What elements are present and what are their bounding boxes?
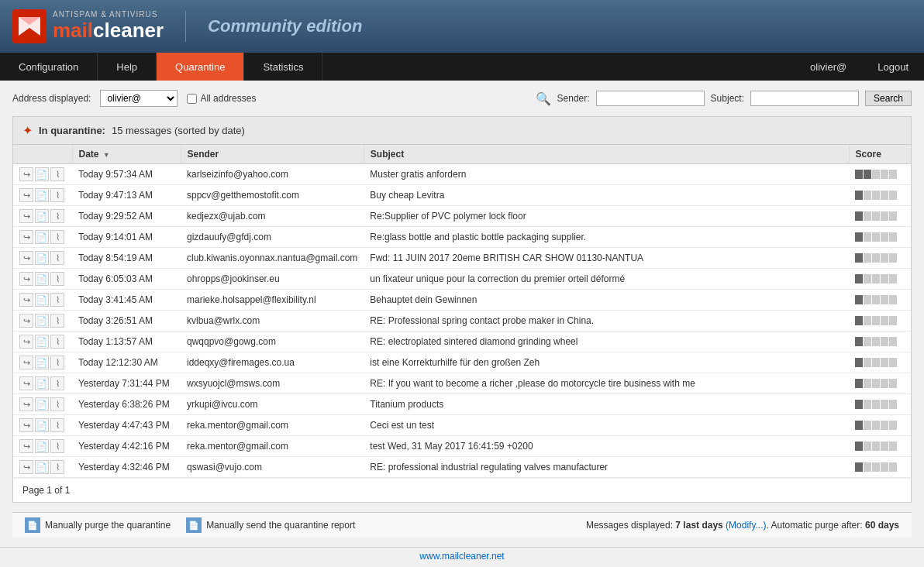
nav-help[interactable]: Help: [98, 53, 157, 81]
action-filter-btn[interactable]: ⌇: [50, 356, 64, 369]
action-forward-btn[interactable]: ↪: [19, 418, 33, 432]
action-view-btn[interactable]: 📄: [35, 460, 49, 474]
cell-subject[interactable]: Ceci est un test: [364, 415, 849, 436]
cell-subject[interactable]: Re:Supplier of PVC polymer lock floor: [364, 206, 849, 227]
sender-label: Sender:: [557, 93, 590, 104]
logo-icon: [12, 9, 47, 43]
action-forward-btn[interactable]: ↪: [19, 188, 33, 202]
cell-date: Today 6:05:03 AM: [72, 269, 181, 290]
cell-subject[interactable]: RE: Professional spring contact probe ma…: [364, 311, 849, 332]
website-link[interactable]: www.mailcleaner.net: [419, 551, 504, 562]
cell-sender: reka.mentor@gmail.com: [181, 415, 364, 436]
table-row: ↪ 📄 ⌇ Yesterday 7:31:44 PMwxsyuojcl@msws…: [13, 373, 911, 394]
action-view-btn[interactable]: 📄: [35, 356, 49, 369]
cell-subject[interactable]: ist eine Korrekturhilfe für den großen Z…: [364, 352, 849, 373]
cell-score: [849, 206, 911, 227]
action-forward-btn[interactable]: ↪: [19, 251, 33, 265]
quarantine-table-container: Date ▼ Sender Subject Score ↪ 📄 ⌇ Today …: [13, 145, 911, 478]
action-forward-btn[interactable]: ↪: [19, 439, 33, 453]
action-forward-btn[interactable]: ↪: [19, 335, 33, 349]
action-forward-btn[interactable]: ↪: [19, 209, 33, 223]
cell-score: [849, 373, 911, 394]
cell-sender: sppcv@getthemostofit.com: [181, 185, 364, 206]
report-link[interactable]: 📄 Manually send the quarantine report: [186, 517, 355, 533]
quarantine-header: ✦ In quarantine: 15 messages (sorted by …: [13, 117, 911, 145]
action-view-btn[interactable]: 📄: [35, 335, 49, 349]
action-filter-btn[interactable]: ⌇: [50, 293, 64, 307]
subject-input[interactable]: [750, 91, 859, 106]
cell-subject[interactable]: Behauptet dein Gewinnen: [364, 290, 849, 311]
action-filter-btn[interactable]: ⌇: [50, 376, 64, 390]
table-row: ↪ 📄 ⌇ Today 9:57:34 AMkarlseizinfo@yahoo…: [13, 164, 911, 185]
cell-subject[interactable]: Re:glass bottle and plastic bottle packa…: [364, 227, 849, 248]
cell-subject[interactable]: RE: professional industrial regulating v…: [364, 457, 849, 478]
action-filter-btn[interactable]: ⌇: [50, 397, 64, 411]
action-forward-btn[interactable]: ↪: [19, 460, 33, 474]
cell-score: [849, 415, 911, 436]
action-view-btn[interactable]: 📄: [35, 167, 49, 181]
cell-subject[interactable]: un fixateur unique pour la correction du…: [364, 269, 849, 290]
action-view-btn[interactable]: 📄: [35, 230, 49, 244]
cell-subject[interactable]: RE: electroplated sintered diamond grind…: [364, 332, 849, 352]
action-view-btn[interactable]: 📄: [35, 376, 49, 390]
col-date[interactable]: Date ▼: [72, 145, 181, 164]
action-filter-btn[interactable]: ⌇: [50, 439, 64, 453]
community-edition: Community edition: [208, 16, 362, 36]
action-forward-btn[interactable]: ↪: [19, 293, 33, 307]
cell-subject[interactable]: Buy cheap Levitra: [364, 185, 849, 206]
cell-subject[interactable]: Titanium products: [364, 394, 849, 415]
action-view-btn[interactable]: 📄: [35, 314, 49, 328]
footer-right: Messages displayed: 7 last days (Modify.…: [586, 520, 899, 531]
auto-purge-label: Automatic purge after:: [771, 520, 863, 531]
all-addresses-checkbox[interactable]: [187, 94, 197, 104]
purge-link[interactable]: 📄 Manually purge the quarantine: [25, 517, 171, 533]
nav-configuration[interactable]: Configuration: [0, 53, 98, 81]
search-button[interactable]: Search: [865, 91, 912, 106]
action-forward-btn[interactable]: ↪: [19, 230, 33, 244]
action-filter-btn[interactable]: ⌇: [50, 272, 64, 286]
quarantine-title: In quarantine:: [39, 125, 105, 136]
nav-logout[interactable]: Logout: [862, 53, 924, 81]
action-filter-btn[interactable]: ⌇: [50, 335, 64, 349]
action-filter-btn[interactable]: ⌇: [50, 251, 64, 265]
action-filter-btn[interactable]: ⌇: [50, 460, 64, 474]
cell-subject[interactable]: RE: If you want to become a richer ,plea…: [364, 373, 849, 394]
all-addresses-check: All addresses: [187, 93, 256, 104]
action-view-btn[interactable]: 📄: [35, 272, 49, 286]
nav-statistics[interactable]: Statistics: [244, 53, 322, 81]
sort-arrow-icon: ▼: [103, 151, 110, 159]
action-filter-btn[interactable]: ⌇: [50, 209, 64, 223]
cell-subject[interactable]: Muster gratis anfordern: [364, 164, 849, 185]
action-filter-btn[interactable]: ⌇: [50, 314, 64, 328]
nav-quarantine[interactable]: Quarantine: [157, 53, 244, 81]
modify-link[interactable]: (Modify...): [726, 520, 766, 531]
sender-input[interactable]: [596, 91, 705, 106]
cell-subject[interactable]: test Wed, 31 May 2017 16:41:59 +0200: [364, 436, 849, 457]
cell-date: Yesterday 4:42:16 PM: [72, 436, 181, 457]
action-view-btn[interactable]: 📄: [35, 439, 49, 453]
action-view-btn[interactable]: 📄: [35, 397, 49, 411]
cell-subject[interactable]: Fwd: 11 JUIN 2017 20eme BRITISH CAR SHOW…: [364, 248, 849, 269]
action-filter-btn[interactable]: ⌇: [50, 167, 64, 181]
address-select[interactable]: olivier@: [100, 90, 178, 107]
action-view-btn[interactable]: 📄: [35, 251, 49, 265]
action-forward-btn[interactable]: ↪: [19, 167, 33, 181]
action-view-btn[interactable]: 📄: [35, 188, 49, 202]
action-view-btn[interactable]: 📄: [35, 209, 49, 223]
table-row: ↪ 📄 ⌇ Today 3:41:45 AMmarieke.holsappel@…: [13, 290, 911, 311]
cell-score: [849, 352, 911, 373]
action-forward-btn[interactable]: ↪: [19, 376, 33, 390]
action-forward-btn[interactable]: ↪: [19, 356, 33, 369]
action-forward-btn[interactable]: ↪: [19, 397, 33, 411]
action-filter-btn[interactable]: ⌇: [50, 188, 64, 202]
action-forward-btn[interactable]: ↪: [19, 314, 33, 328]
action-view-btn[interactable]: 📄: [35, 293, 49, 307]
action-view-btn[interactable]: 📄: [35, 418, 49, 432]
search-icon: 🔍: [536, 91, 551, 106]
action-filter-btn[interactable]: ⌇: [50, 230, 64, 244]
cell-date: Today 1:13:57 AM: [72, 332, 181, 352]
col-sender: Sender: [181, 145, 364, 164]
action-filter-btn[interactable]: ⌇: [50, 418, 64, 432]
quarantine-icon: ✦: [22, 123, 33, 138]
action-forward-btn[interactable]: ↪: [19, 272, 33, 286]
